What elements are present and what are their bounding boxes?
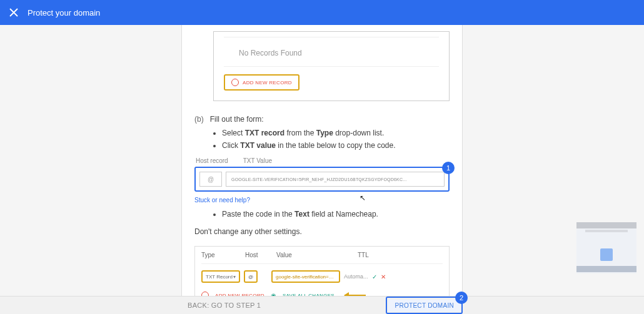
video-thumbnail[interactable] <box>576 222 636 273</box>
stuck-help-link[interactable]: Stuck or need help? <box>194 197 250 204</box>
check-icon: ✓ <box>372 273 377 280</box>
txt-field-labels: Host record TXT Value <box>196 157 450 164</box>
step-b-title: Fill out the form: <box>210 115 264 124</box>
host-field-highlight: @ <box>244 270 258 283</box>
paste-bullet-list: Paste the code in the Text field at Name… <box>203 210 450 218</box>
protect-domain-button[interactable]: PROTECT DOMAIN <box>388 300 460 312</box>
col-value: Value <box>276 252 358 258</box>
no-records-text: No Records Found <box>224 37 439 67</box>
bullet-select-txt: Select TXT record from the Type drop-dow… <box>222 129 450 137</box>
callout-badge-1: 1 <box>442 162 455 174</box>
txt-value-field[interactable]: GOOGLE-SITE-VERIFICATION=5PIR_NEHF_HJZD2… <box>226 172 445 187</box>
host-record-field[interactable]: @ <box>199 172 222 187</box>
type-dropdown-highlight: TXT Record▾ <box>201 270 240 283</box>
step-b-label: (b) <box>194 115 204 124</box>
col-host: Host <box>245 252 276 258</box>
add-new-record-label: ADD NEW RECORD <box>243 80 292 86</box>
step-b-bullets: Select TXT record from the Type drop-dow… <box>203 129 450 150</box>
back-button[interactable]: BACK: GO TO STEP 1 <box>188 302 261 309</box>
records-row: TXT Record▾ @ google-site-verification=…… <box>201 270 443 283</box>
txt-value-label: TXT Value <box>243 157 272 164</box>
plus-circle-icon <box>231 79 239 86</box>
no-change-text: Don't change any other settings. <box>194 226 450 237</box>
bullet-paste: Paste the code in the Text field at Name… <box>222 210 450 218</box>
add-new-record-highlight: ADD NEW RECORD <box>224 74 299 91</box>
instructions-panel: No Records Found ADD NEW RECORD (b) Fill… <box>181 25 463 296</box>
records-header: Type Host Value TTL <box>201 252 443 264</box>
namecheap-no-records-screenshot: No Records Found ADD NEW RECORD <box>213 31 450 101</box>
content-stage: No Records Found ADD NEW RECORD (b) Fill… <box>0 25 644 296</box>
records-actions: ADD NEW RECORD ◉ SAVE ALL CHANGES <box>201 292 443 296</box>
step-b: (b) Fill out the form: <box>194 115 450 124</box>
col-ttl: TTL <box>358 252 389 258</box>
bullet-click-txt-value: Click TXT value in the table below to co… <box>222 141 450 150</box>
value-field-highlight: google-site-verification=… <box>271 270 340 283</box>
host-record-label: Host record <box>196 157 228 164</box>
txt-row-callout: 1 @ GOOGLE-SITE-VERIFICATION=5PIR_NEHF_H… <box>194 167 450 192</box>
footer-bar: BACK: GO TO STEP 1 2 PROTECT DOMAIN <box>0 296 644 314</box>
x-icon: ✕ <box>381 273 386 280</box>
col-type: Type <box>201 252 245 258</box>
close-icon[interactable] <box>9 7 19 17</box>
plus-circle-icon <box>201 292 209 296</box>
modal-title: Protect your domain <box>28 8 100 17</box>
chevron-down-icon: ▾ <box>233 274 236 280</box>
ttl-value: Automa... <box>344 273 368 280</box>
callout-badge-2: 2 <box>455 292 468 304</box>
protect-domain-callout: 2 PROTECT DOMAIN <box>386 297 463 314</box>
modal-header: Protect your domain <box>0 0 644 25</box>
namecheap-records-screenshot: Type Host Value TTL TXT Record▾ @ google… <box>194 246 450 296</box>
